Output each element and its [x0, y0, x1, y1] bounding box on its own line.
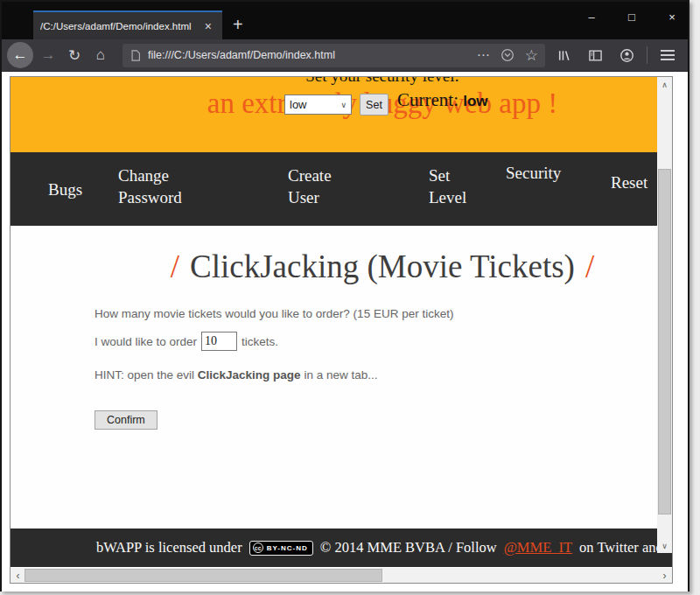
forward-button[interactable]: →	[35, 42, 61, 68]
bwapp-page: Set your security level: an extremely bu…	[10, 77, 673, 568]
security-level-select[interactable]: low ∨	[284, 94, 352, 115]
bwapp-navbar: Bugs ChangePassword CreateUser SetLevel …	[10, 152, 673, 226]
vertical-scrollbar[interactable]: ∧ ∨	[657, 77, 672, 553]
bwapp-header: Set your security level: an extremely bu…	[10, 77, 673, 152]
menu-hamburger-icon[interactable]	[656, 44, 679, 66]
scroll-up-arrow[interactable]: ∧	[657, 77, 672, 92]
url-text: file:///C:/Users/adamf/Demo/index.html	[148, 49, 477, 61]
back-button[interactable]: ←	[7, 42, 33, 68]
order-prefix: I would like to order	[94, 335, 197, 348]
sidebar-icon[interactable]	[584, 44, 606, 66]
chevron-down-icon: ∨	[340, 101, 346, 109]
current-level-value: low	[463, 93, 487, 109]
toolbar-separator	[647, 46, 648, 64]
vertical-scrollbar-thumb[interactable]	[658, 169, 671, 514]
horizontal-scrollbar-thumb[interactable]	[24, 569, 382, 582]
nav-item-bugs[interactable]: Bugs	[48, 178, 82, 200]
minimize-button[interactable]: –	[583, 10, 600, 24]
scroll-right-arrow[interactable]: ›	[657, 568, 672, 583]
current-level-label: Current:	[397, 89, 463, 110]
heading-text: ClickJacking (Movie Tickets)	[190, 248, 575, 284]
clickjacking-iframe: Set your security level: an extremely bu…	[10, 76, 673, 584]
nav-item-security[interactable]: Security	[506, 162, 561, 184]
current-level: Current: low	[397, 89, 488, 111]
question-text: How many movie tickets would you like to…	[94, 307, 453, 320]
browser-window: /C:/Users/adamf/Demo/index.html × + – □ …	[0, 0, 690, 592]
confirm-button[interactable]: Confirm	[94, 410, 158, 430]
hint-line: HINT: open the evil ClickJacking page in…	[94, 368, 377, 382]
page-viewport: Set your security level: an extremely bu…	[2, 72, 688, 592]
window-controls: – □ ×	[583, 10, 681, 24]
nav-item-change-password[interactable]: ChangePassword	[118, 164, 182, 208]
bwapp-footer: bWAPP is licensed under cc BY-NC-ND © 20…	[10, 528, 673, 567]
pocket-icon[interactable]	[500, 48, 514, 62]
clickjacking-page-link[interactable]: ClickJacking page	[198, 368, 301, 382]
home-button[interactable]: ⌂	[88, 42, 114, 68]
new-tab-button[interactable]: +	[222, 10, 254, 39]
cc-icon: cc	[253, 542, 263, 553]
tickets-input[interactable]	[201, 332, 237, 351]
set-button[interactable]: Set	[360, 94, 388, 116]
order-suffix: tickets.	[242, 335, 278, 348]
page-title: /ClickJacking (Movie Tickets)/	[10, 248, 673, 285]
navigation-toolbar: ← → ↻ ⌂ file:///C:/Users/adamf/Demo/inde…	[2, 39, 688, 72]
reload-button[interactable]: ↻	[61, 42, 88, 68]
bookmark-star-icon[interactable]: ☆	[525, 46, 538, 65]
page-actions-icon[interactable]: ⋯	[477, 47, 490, 63]
heading-slash-left: /	[160, 248, 190, 284]
order-line: I would like to order tickets.	[94, 332, 278, 351]
nav-item-set-level[interactable]: SetLevel	[429, 164, 466, 208]
horizontal-scrollbar[interactable]: ‹ ›	[10, 568, 672, 583]
nav-item-reset[interactable]: Reset	[611, 172, 648, 193]
security-level-label: Set your security level:	[10, 76, 673, 86]
close-button[interactable]: ×	[663, 10, 681, 24]
cc-label: BY-NC-ND	[267, 544, 308, 552]
nav-item-create-user[interactable]: CreateUser	[288, 164, 332, 208]
heading-slash-right: /	[575, 248, 605, 284]
account-icon[interactable]	[615, 44, 638, 66]
security-level-select-value: low	[290, 98, 307, 111]
hint-suffix: in a new tab...	[301, 368, 378, 382]
scroll-left-arrow[interactable]: ‹	[10, 568, 25, 583]
tab-close-icon[interactable]: ×	[201, 19, 215, 33]
twitter-link[interactable]: @MME_IT	[504, 539, 572, 556]
browser-tab[interactable]: /C:/Users/adamf/Demo/index.html ×	[33, 10, 222, 39]
hint-prefix: HINT: open the evil	[94, 368, 198, 382]
tab-title: /C:/Users/adamf/Demo/index.html	[40, 21, 201, 32]
cc-license-badge[interactable]: cc BY-NC-ND	[249, 541, 313, 556]
page-document-icon	[130, 49, 142, 62]
maximize-button[interactable]: □	[623, 10, 640, 24]
copyright-text: © 2014 MME BVBA / Follow	[320, 539, 497, 556]
address-bar[interactable]: file:///C:/Users/adamf/Demo/index.html ⋯…	[122, 44, 545, 67]
toolbar-right-icons	[552, 44, 682, 66]
tab-bar: /C:/Users/adamf/Demo/index.html × + – □ …	[2, 2, 688, 39]
scroll-down-arrow[interactable]: ∨	[657, 538, 672, 553]
library-icon[interactable]	[552, 44, 575, 66]
license-text: bWAPP is licensed under	[96, 539, 242, 556]
